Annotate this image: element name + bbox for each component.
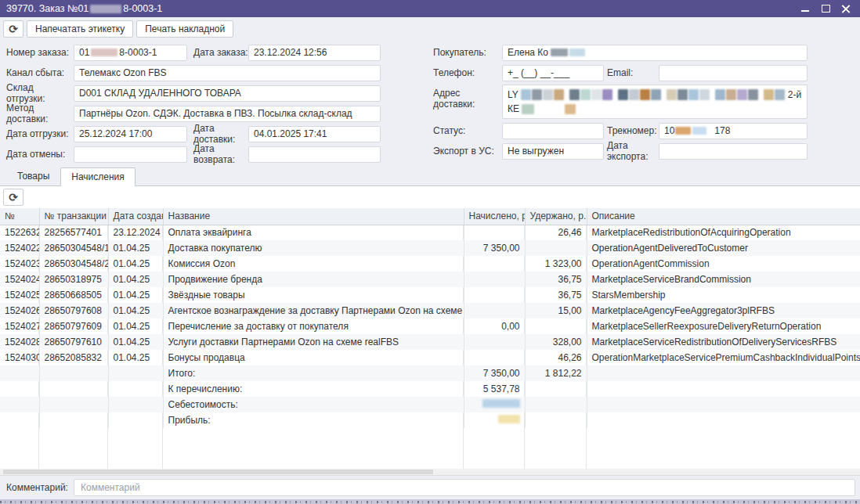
table-row[interactable]: 15240272865079760901.04.25Перечисление з…: [0, 319, 860, 334]
cancel-date-field[interactable]: [74, 146, 187, 163]
cancel-date-label: Дата отмены:: [6, 149, 74, 160]
column-header-withheld[interactable]: Удержано, р.: [525, 208, 587, 225]
table-row[interactable]: 15240282865079761001.04.25Услуги доставк…: [0, 334, 860, 350]
table-cell: 36,75: [525, 272, 587, 287]
table-cell: 1524023: [0, 256, 39, 272]
delivery-address-field[interactable]: LY 2-й КЕ: [502, 85, 808, 119]
email-field[interactable]: [659, 65, 808, 81]
table-cell: Прибыль:: [163, 412, 464, 428]
export-date-label: Дата экспорта:: [604, 140, 659, 162]
print-label-button[interactable]: Напечатать этикетку: [27, 20, 133, 38]
table-cell: 5 537,78: [464, 381, 525, 397]
table-cell: [587, 381, 860, 397]
column-header-transaction[interactable]: № транзакции: [39, 208, 108, 225]
table-row[interactable]: Итого:7 350,001 812,22: [0, 365, 860, 381]
redacted-text: [522, 104, 534, 114]
accruals-panel: № № транзакции Дата создан... Название Н…: [0, 185, 860, 475]
table-cell: 01.04.25: [108, 240, 163, 256]
grid-refresh-button[interactable]: [3, 189, 23, 206]
refresh-button[interactable]: [3, 20, 23, 38]
table-cell: [108, 365, 163, 381]
grid-body: 15226322825657740123.12.2024Оплата эквай…: [0, 225, 860, 428]
table-cell: Услуги доставки Партнерами Ozon на схеме…: [163, 334, 464, 350]
warehouse-field[interactable]: D001 СКЛАД УДАЛЕННОГО ТОВАРА: [74, 85, 381, 102]
buyer-name: Елена Ко: [508, 47, 548, 58]
table-cell: 26,46: [525, 225, 587, 240]
buyer-field[interactable]: Елена Ко: [502, 45, 808, 61]
table-cell: Бонусы продавца: [163, 350, 464, 365]
table-cell: 28650797610: [39, 334, 108, 350]
table-cell: 28650797609: [39, 319, 108, 334]
status-field[interactable]: [502, 123, 604, 139]
table-row[interactable]: 15240252865066850501.04.25Звёздные товар…: [0, 287, 860, 303]
return-date-label: Дата возврата:: [187, 143, 248, 165]
table-cell: 1524028: [0, 334, 39, 350]
export-field[interactable]: Не выгружен: [502, 143, 604, 160]
maximize-icon[interactable]: [821, 4, 830, 13]
table-cell: MarketplaceServiceRedistributionOfDelive…: [587, 334, 860, 350]
table-cell: К перечислению:: [163, 381, 464, 397]
phone-field[interactable]: +_ (__) __-___: [502, 65, 604, 81]
column-header-num[interactable]: №: [0, 208, 39, 225]
table-row[interactable]: 152402328650304548/201.04.25Комиссия Ozo…: [0, 256, 860, 272]
table-row[interactable]: 15240262865079760801.04.25Агентское возн…: [0, 303, 860, 319]
table-cell: Агентское вознаграждение за доставку Пар…: [163, 303, 464, 319]
table-cell: Доставка покупателю: [163, 240, 464, 256]
table-cell: [0, 365, 39, 381]
print-invoice-button[interactable]: Печать накладной: [136, 20, 233, 38]
table-cell: Продвижение бренда: [163, 272, 464, 287]
horizontal-scrollbar[interactable]: [0, 469, 860, 475]
table-cell: MarketplaceAgencyFeeAggregator3plRFBS: [587, 303, 860, 319]
column-header-accrued[interactable]: Начислено, р.: [464, 208, 525, 225]
table-cell: [464, 350, 525, 365]
table-cell: 28650304548/2: [39, 256, 108, 272]
table-cell: 1524025: [0, 287, 39, 303]
table-cell: Комиссия Ozon: [163, 256, 464, 272]
table-row[interactable]: 15240302865208583201.04.25Бонусы продавц…: [0, 350, 860, 365]
table-cell: Оплата эквайринга: [163, 225, 464, 240]
buyer-label: Покупатель:: [433, 47, 502, 58]
tab-bar: Товары Начисления: [0, 166, 860, 185]
table-cell: [525, 397, 587, 412]
export-date-field[interactable]: [659, 143, 808, 160]
table-cell: 28650797608: [39, 303, 108, 319]
table-row[interactable]: Прибыль:: [0, 412, 860, 428]
scrollbar-thumb[interactable]: [3, 470, 433, 474]
table-cell: 28650304548/1: [39, 240, 108, 256]
column-header-name[interactable]: Название: [163, 208, 464, 225]
column-header-description[interactable]: Описание: [587, 208, 860, 225]
table-cell: [39, 365, 108, 381]
refresh-icon: [9, 191, 18, 203]
table-row[interactable]: К перечислению:5 537,78: [0, 381, 860, 397]
table-cell: 36,75: [525, 287, 587, 303]
delivery-method-field[interactable]: Партнёры Ozon. СДЭК. Доставка в ПВЗ. Пос…: [74, 106, 381, 122]
minimize-icon[interactable]: [800, 4, 810, 13]
track-number-field[interactable]: 10 178: [659, 123, 808, 139]
return-date-field[interactable]: [248, 146, 381, 163]
table-row[interactable]: 15240242865031897501.04.25Продвижение бр…: [0, 272, 860, 287]
table-cell: MarketplaceSellerReexposureDeliveryRetur…: [587, 319, 860, 334]
track-text: 178: [714, 125, 730, 136]
table-cell: [525, 381, 587, 397]
track-text: 10: [664, 125, 674, 136]
table-cell: [587, 412, 860, 428]
table-cell: 1524026: [0, 303, 39, 319]
close-icon[interactable]: [841, 4, 851, 13]
ship-date-field[interactable]: 25.12.2024 17:00: [74, 126, 187, 142]
table-cell: 01.04.25: [108, 287, 163, 303]
table-row[interactable]: 152402228650304548/101.04.25Доставка пок…: [0, 240, 860, 256]
redacted-text: [565, 104, 576, 114]
table-row[interactable]: Себестоимость:: [0, 397, 860, 412]
delivery-date-field[interactable]: 04.01.2025 17:41: [248, 126, 381, 142]
table-cell: [39, 397, 108, 412]
column-header-date[interactable]: Дата создан...: [108, 208, 163, 225]
order-number-field[interactable]: 01 8-0003-1: [74, 45, 187, 61]
table-row[interactable]: 15226322825657740123.12.2024Оплата эквай…: [0, 225, 860, 240]
comment-input[interactable]: [74, 479, 855, 496]
tab-products[interactable]: Товары: [6, 167, 60, 185]
order-date-field[interactable]: 23.12.2024 12:56: [248, 45, 381, 61]
tab-accruals[interactable]: Начисления: [60, 167, 136, 186]
table-cell: 1522632: [0, 225, 39, 240]
sales-channel-field[interactable]: Телемакс Ozon FBS: [74, 65, 381, 81]
table-cell: Итого:: [163, 365, 464, 381]
